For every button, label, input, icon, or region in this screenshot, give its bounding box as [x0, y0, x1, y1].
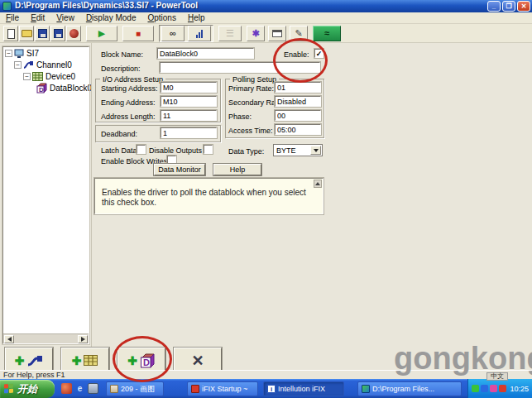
- data-type-value: BYTE: [276, 146, 296, 155]
- access-time-label: Access Time:: [228, 127, 273, 135]
- taskbar: 开始 e 209 - 画图 iFIX Startup ~ i Intelluti…: [0, 379, 532, 398]
- scroll-left-icon[interactable]: [4, 335, 14, 343]
- channel-icon: [23, 60, 34, 70]
- tree-item-device0[interactable]: Device0: [3, 70, 89, 82]
- address-length-input[interactable]: [161, 110, 217, 121]
- svg-text:D: D: [39, 86, 44, 94]
- taskbar-item-powertool[interactable]: D:\Program Files...: [357, 381, 462, 396]
- latch-data-label: Latch Data: [101, 146, 137, 155]
- block-name-input[interactable]: [157, 48, 254, 59]
- start-polling-button[interactable]: ▶: [86, 26, 117, 41]
- close-icon[interactable]: ✕: [517, 1, 530, 12]
- restore-icon[interactable]: ❐: [502, 1, 515, 12]
- settings-button[interactable]: ✱: [247, 26, 265, 41]
- delete-x-icon: ✕: [191, 353, 204, 368]
- properties-button[interactable]: [268, 26, 286, 41]
- starting-address-label: Starting Address:: [101, 84, 158, 93]
- window-title: D:\Program Files\Dynamics\33.SI7 - Power…: [15, 1, 198, 10]
- list-view-button[interactable]: ☰: [218, 26, 242, 41]
- collapse-icon[interactable]: [14, 61, 22, 69]
- save-as-button[interactable]: [50, 26, 65, 41]
- binoculars-icon: ∞: [170, 29, 176, 38]
- collapse-icon[interactable]: [5, 50, 12, 57]
- menu-file[interactable]: File: [0, 12, 25, 23]
- language-indicator[interactable]: 中文: [486, 372, 508, 381]
- powertool-icon: [362, 385, 370, 393]
- menu-help[interactable]: Help: [182, 12, 211, 23]
- help-button[interactable]: Help: [213, 164, 261, 175]
- tree-item-channel0[interactable]: Channel0: [3, 59, 89, 70]
- taskbar-item-label: Intellution iFIX: [278, 385, 325, 393]
- tree-panel: SI7 Channel0 Device0 D DataBlock0: [2, 46, 89, 344]
- enable-checkbox[interactable]: [314, 49, 324, 58]
- show-desktop-icon[interactable]: [88, 383, 98, 394]
- save-button[interactable]: [35, 26, 50, 41]
- poll-monitor-button[interactable]: ∞: [161, 26, 185, 41]
- scroll-right-icon[interactable]: [78, 335, 88, 343]
- starting-address-input[interactable]: [161, 82, 217, 93]
- taskbar-item-paint[interactable]: 209 - 画图: [106, 381, 164, 396]
- tree-item-label: Device0: [46, 72, 75, 81]
- window-properties-icon: [272, 30, 282, 37]
- save-as-icon: [54, 29, 63, 38]
- title-bar[interactable]: D:\Program Files\Dynamics\33.SI7 - Power…: [0, 0, 532, 12]
- quicklaunch-browser-icon[interactable]: [61, 383, 72, 394]
- disable-outputs-checkbox[interactable]: [204, 145, 213, 154]
- menu-view[interactable]: View: [50, 12, 80, 23]
- stop-polling-button[interactable]: ■: [122, 26, 154, 41]
- minimize-icon[interactable]: _: [487, 1, 501, 12]
- enable-label: Enable:: [284, 50, 309, 59]
- taskbar-item-ifix-startup[interactable]: iFIX Startup ~: [187, 381, 258, 396]
- tree-item-datablock0[interactable]: D DataBlock0: [3, 82, 89, 94]
- tray-icon-green[interactable]: [472, 385, 479, 392]
- start-button[interactable]: 开始: [0, 380, 55, 398]
- secondary-rate-input[interactable]: [275, 96, 321, 107]
- signal-monitor-button[interactable]: ≈: [313, 26, 341, 41]
- app-icon: [2, 2, 12, 11]
- tree-item-label: DataBlock0: [50, 84, 92, 93]
- io-address-setup-title: I/O Address Setup: [100, 75, 165, 84]
- menu-display-mode[interactable]: Display Mode: [80, 12, 142, 23]
- internet-explorer-icon[interactable]: e: [74, 383, 85, 394]
- phase-input[interactable]: [275, 110, 321, 121]
- tree-item-si7[interactable]: SI7: [3, 47, 89, 59]
- deadband-label: Deadband:: [101, 130, 137, 138]
- taskbar-clock: 10:25: [510, 385, 529, 393]
- new-file-button[interactable]: [3, 26, 18, 41]
- deadband-input[interactable]: [161, 127, 217, 138]
- disable-outputs-label: Disable Outputs: [149, 146, 202, 155]
- menu-edit[interactable]: Edit: [25, 12, 50, 23]
- chevron-down-icon[interactable]: [310, 146, 321, 155]
- tray-icon-pink[interactable]: [490, 385, 497, 392]
- collapse-icon[interactable]: [23, 73, 31, 80]
- computer-icon: [14, 49, 24, 59]
- menu-options[interactable]: Options: [141, 12, 181, 23]
- scroll-up-icon[interactable]: [314, 180, 322, 188]
- help-text-box: Enables the driver to poll the datablock…: [94, 178, 324, 214]
- channel-icon: [26, 354, 43, 367]
- open-file-button[interactable]: [19, 26, 34, 41]
- svg-text:D: D: [143, 357, 150, 367]
- sphere-button[interactable]: [66, 26, 81, 41]
- edit-mode-button[interactable]: ✎: [290, 26, 308, 41]
- sine-wave-icon: ≈: [324, 29, 329, 38]
- data-type-dropdown[interactable]: BYTE: [273, 144, 323, 156]
- tray-icon-red[interactable]: [499, 385, 506, 392]
- latch-data-checkbox[interactable]: [137, 145, 146, 154]
- device-icon: [84, 354, 98, 367]
- description-input[interactable]: [160, 62, 320, 73]
- tree-hscrollbar[interactable]: [3, 333, 89, 343]
- ending-address-input[interactable]: [161, 96, 217, 107]
- tray-icon-blue[interactable]: [481, 385, 488, 392]
- new-document-icon: [7, 29, 15, 39]
- play-icon: ▶: [98, 29, 105, 38]
- taskbar-item-intellution-ifix[interactable]: i Intellution iFIX: [263, 381, 344, 396]
- access-time-input[interactable]: [275, 124, 321, 135]
- address-length-label: Address Length:: [101, 113, 156, 121]
- plus-icon: ✚: [72, 355, 82, 367]
- primary-rate-input[interactable]: [275, 82, 321, 93]
- datablock-icon: D: [140, 353, 156, 368]
- data-monitor-button[interactable]: Data Monitor: [154, 164, 205, 175]
- statistics-button[interactable]: [188, 26, 211, 41]
- tree-item-label: Channel0: [36, 60, 72, 70]
